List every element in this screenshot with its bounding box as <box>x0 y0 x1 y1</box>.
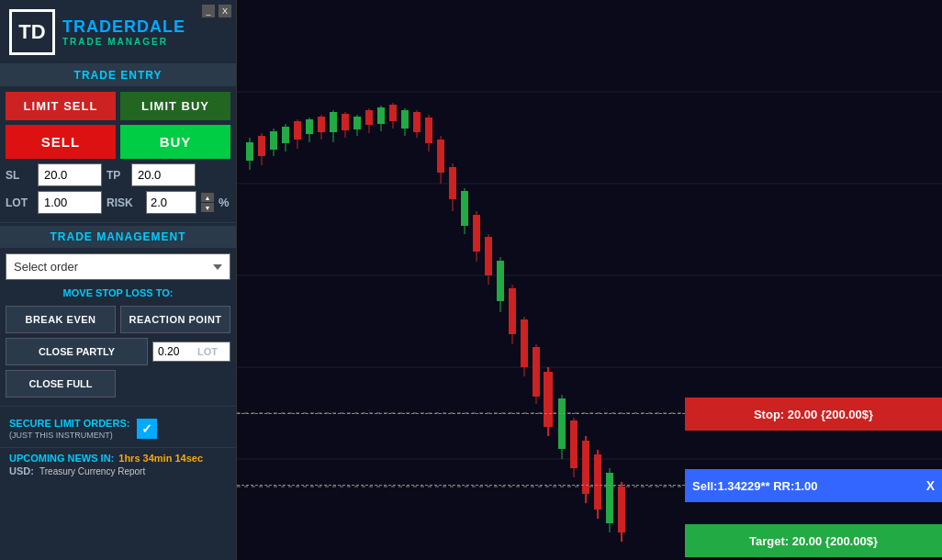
sl-label: SL <box>6 169 33 182</box>
svg-rect-33 <box>389 105 397 121</box>
close-partly-lot-input[interactable] <box>158 345 195 358</box>
secure-text-group: SECURE LIMIT ORDERS: (JUST THIS INSTRUME… <box>9 417 129 440</box>
news-report: Treasury Currency Report <box>39 466 145 476</box>
tp-label: TP <box>107 169 127 182</box>
close-full-button[interactable]: CLOSE FULL <box>6 370 116 398</box>
close-partly-button[interactable]: CLOSE PARTLY <box>6 338 148 365</box>
lot-unit-label: LOT <box>197 346 218 357</box>
separator-1 <box>0 222 236 223</box>
svg-rect-57 <box>533 347 540 397</box>
svg-rect-43 <box>449 167 456 199</box>
news-label: UPCOMING NEWS IN: <box>9 453 114 464</box>
sell-dashed-line <box>237 485 685 486</box>
brand-sub: TRADE MANAGER <box>62 37 185 47</box>
svg-rect-47 <box>473 215 480 252</box>
separator-2 <box>0 406 236 407</box>
target-level-box: Target: 20.00 {200.00$} <box>685 524 942 557</box>
news-detail-row: USD: Treasury Currency Report <box>9 465 227 476</box>
news-top-row: UPCOMING NEWS IN: 1hrs 34min 14sec <box>9 453 227 464</box>
secure-sub-label: (JUST THIS INSTRUMENT) <box>9 431 129 440</box>
sell-button[interactable]: SELL <box>6 125 116 159</box>
logo-text: TRADERDALE TRADE MANAGER <box>62 17 185 47</box>
svg-rect-23 <box>330 112 337 132</box>
move-stop-label: MOVE STOP LOSS TO: <box>6 285 230 301</box>
svg-rect-29 <box>365 110 373 125</box>
break-even-row: BREAK EVEN REACTION POINT <box>6 306 230 333</box>
limit-buttons-row: LIMIT SELL LIMIT BUY <box>6 92 230 120</box>
svg-rect-27 <box>353 117 361 129</box>
risk-down-button[interactable]: ▼ <box>201 203 214 212</box>
target-level-text: Target: 20.00 {200.00$} <box>749 534 878 548</box>
svg-rect-59 <box>544 372 553 427</box>
lot-input[interactable] <box>38 191 102 214</box>
window-controls: _ X <box>202 5 231 17</box>
brand-name: TRADERDALE <box>62 17 185 37</box>
svg-rect-69 <box>606 473 613 523</box>
trade-entry-header: TRADE ENTRY <box>0 64 236 86</box>
reaction-point-button[interactable]: REACTION POINT <box>120 306 230 333</box>
svg-rect-41 <box>437 140 444 173</box>
svg-rect-49 <box>485 237 492 275</box>
svg-rect-45 <box>461 191 468 226</box>
svg-rect-37 <box>413 112 421 132</box>
logo-icon: TD <box>9 9 55 55</box>
left-panel: TD TRADERDALE TRADE MANAGER _ X TRADE EN… <box>0 0 237 560</box>
trade-management-section: Select order MOVE STOP LOSS TO: BREAK EV… <box>0 248 236 403</box>
break-even-button[interactable]: BREAK EVEN <box>6 306 116 333</box>
svg-rect-53 <box>509 288 516 334</box>
sell-close-button[interactable]: X <box>926 478 935 493</box>
buy-button[interactable]: BUY <box>120 125 230 159</box>
svg-rect-61 <box>558 398 566 449</box>
svg-rect-55 <box>521 319 528 367</box>
close-full-row: CLOSE FULL <box>6 370 230 398</box>
market-buttons-row: SELL BUY <box>6 125 230 159</box>
minimize-button[interactable]: _ <box>202 5 215 17</box>
svg-rect-31 <box>377 107 385 124</box>
news-area: UPCOMING NEWS IN: 1hrs 34min 14sec USD: … <box>0 447 236 481</box>
risk-spinner: ▲ ▼ <box>201 193 214 212</box>
svg-rect-15 <box>282 127 289 143</box>
lot-input-group: LOT <box>152 342 230 362</box>
svg-rect-35 <box>401 110 409 129</box>
trade-entry-section: LIMIT SELL LIMIT BUY SELL BUY SL TP LOT … <box>0 86 236 219</box>
stop-level-text: Stop: 20.00 {200.00$} <box>754 408 873 421</box>
logo-area: TD TRADERDALE TRADE MANAGER _ X <box>0 0 236 64</box>
svg-rect-67 <box>594 454 601 510</box>
risk-input[interactable] <box>146 191 196 214</box>
chart-area: Stop: 20.00 {200.00$} Sell:1.34229** RR:… <box>237 0 942 560</box>
select-order-dropdown[interactable]: Select order <box>6 253 230 280</box>
news-currency: USD: <box>9 465 35 476</box>
limit-buy-button[interactable]: LIMIT BUY <box>120 92 230 120</box>
secure-label: SECURE LIMIT ORDERS: <box>9 417 129 431</box>
svg-rect-9 <box>246 142 253 161</box>
sell-level-box: Sell:1.34229** RR:1.00 X <box>685 469 942 502</box>
tp-input[interactable] <box>131 163 196 186</box>
lot-risk-row: LOT RISK ▲ ▼ % <box>6 191 230 214</box>
risk-label: RISK <box>107 196 141 209</box>
sl-input[interactable] <box>38 163 102 186</box>
svg-rect-21 <box>318 117 325 132</box>
limit-sell-button[interactable]: LIMIT SELL <box>6 92 116 120</box>
news-timer: 1hrs 34min 14sec <box>118 453 203 464</box>
trade-management-header: TRADE MANAGEMENT <box>0 226 236 248</box>
risk-up-button[interactable]: ▲ <box>201 193 214 202</box>
svg-rect-63 <box>570 420 578 468</box>
lot-label: LOT <box>6 196 33 209</box>
stop-level-box: Stop: 20.00 {200.00$} <box>685 398 942 431</box>
svg-rect-51 <box>497 261 504 301</box>
sl-tp-row: SL TP <box>6 163 230 186</box>
svg-rect-71 <box>618 487 625 532</box>
pct-label: % <box>219 196 230 209</box>
secure-orders-area: SECURE LIMIT ORDERS: (JUST THIS INSTRUME… <box>0 409 236 447</box>
check-icon: ✓ <box>141 421 152 436</box>
svg-rect-39 <box>425 118 432 143</box>
svg-rect-13 <box>270 131 277 150</box>
svg-rect-17 <box>294 121 301 140</box>
secure-checkbox[interactable]: ✓ <box>137 419 157 439</box>
stop-dashed-line <box>237 413 685 414</box>
close-partly-row: CLOSE PARTLY LOT <box>6 338 230 365</box>
svg-rect-65 <box>582 441 589 494</box>
close-button[interactable]: X <box>219 5 231 17</box>
sell-level-text: Sell:1.34229** RR:1.00 <box>692 479 818 493</box>
svg-rect-25 <box>342 114 349 130</box>
